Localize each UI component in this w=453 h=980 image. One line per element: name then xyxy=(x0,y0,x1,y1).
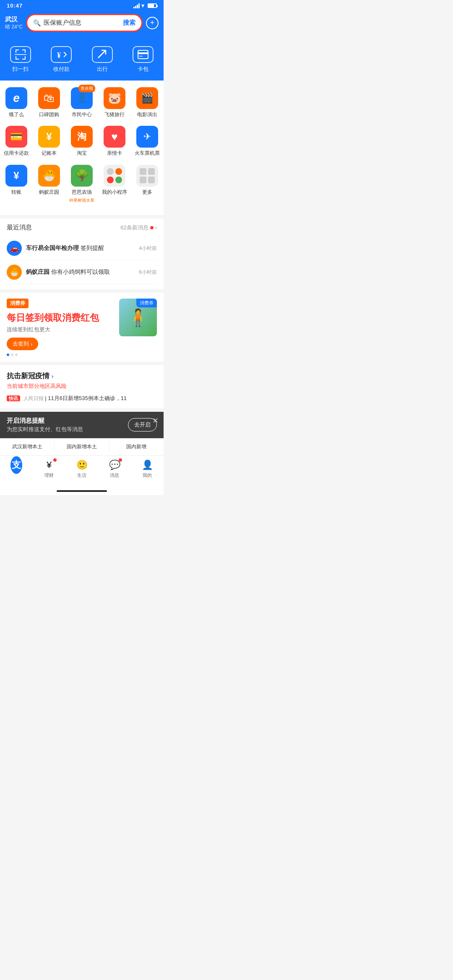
nav-mine[interactable]: 👤 我的 xyxy=(141,459,153,478)
mine-icon: 👤 xyxy=(141,459,153,471)
app-more[interactable]: 更多 xyxy=(133,165,161,203)
notification-title: 开启消息提醒 xyxy=(7,417,124,425)
car-check-avatar: 🚗 xyxy=(7,241,22,256)
app-transfer[interactable]: ¥ 转账 xyxy=(2,165,31,203)
scan-icon xyxy=(10,46,31,63)
apps-row-3: ¥ 转账 🐣 蚂蚁庄园 🌳 芭芭农场 种果树领水果 我的小程序 xyxy=(0,165,164,203)
pay-icon: ¥ xyxy=(51,46,72,63)
promo-button[interactable]: 去签到 › xyxy=(7,338,38,350)
carousel-dot-3 xyxy=(15,354,18,356)
messages-section: 最近消息 62条新消息 › 🚗 车行易全国年检办理 签到提醒 4小时前 🐣 蚂蚁… xyxy=(0,218,164,289)
app-movie[interactable]: 🎬 电影演出 xyxy=(133,87,161,117)
messages-nav-badge xyxy=(119,458,122,462)
message-item-antfarm[interactable]: 🐣 蚂蚁庄园 你有小鸡饲料可以领取 6小时前 xyxy=(7,260,157,284)
pay-label: 收付款 xyxy=(53,65,70,73)
nav-finance[interactable]: ¥ 理财 xyxy=(43,459,55,478)
app-citizen[interactable]: 👤 查余额 市民中心 xyxy=(68,87,96,117)
svg-text:¥: ¥ xyxy=(57,51,61,60)
promo-voucher-badge: 消费券 xyxy=(136,299,157,307)
wifi-icon: ▾ xyxy=(141,3,144,9)
location-info[interactable]: 武汉 晴 24°C xyxy=(5,16,23,31)
app-train[interactable]: ✈ 火车票机票 xyxy=(133,126,161,156)
finance-badge xyxy=(53,458,57,462)
quick-action-scan[interactable]: 扫一扫 xyxy=(10,46,31,73)
notification-close-button[interactable]: ✕ xyxy=(152,416,159,425)
scan-label: 扫一扫 xyxy=(12,65,29,73)
header-top: 武汉 晴 24°C 🔍 医保账户信息 搜索 + xyxy=(5,14,159,32)
search-box[interactable]: 🔍 医保账户信息 搜索 xyxy=(26,14,143,32)
promo-image: 消费券 🧍 xyxy=(119,299,157,336)
messages-icon: 💬 xyxy=(109,459,120,471)
apps-row-1: e 饿了么 🛍 口碑团购 👤 查余额 市民中心 🐷 飞猪旅行 🎬 xyxy=(0,87,164,117)
svg-rect-7 xyxy=(25,56,26,60)
news-content: 11月6日新增535例本土确诊，11 xyxy=(48,395,127,401)
app-elm[interactable]: e 饿了么 xyxy=(2,87,31,117)
app-ledger[interactable]: ¥ 记账本 xyxy=(35,126,63,156)
app-farm[interactable]: 🌳 芭芭农场 种果树领水果 xyxy=(68,165,96,203)
miniapp-label: 我的小程序 xyxy=(102,189,127,195)
messages-count: 62条新消息 xyxy=(120,224,148,231)
search-input-text: 医保账户信息 xyxy=(44,19,120,27)
news-main-title[interactable]: 抗击新冠疫情 › xyxy=(7,371,157,381)
citizen-badge: 查余额 xyxy=(78,85,95,92)
search-button[interactable]: 搜索 xyxy=(123,19,135,27)
elm-icon: e xyxy=(5,87,27,109)
ledger-icon: ¥ xyxy=(38,126,60,148)
nav-home[interactable]: 支 xyxy=(10,459,22,478)
more-label: 更多 xyxy=(142,189,152,195)
home-icon: 支 xyxy=(10,459,22,471)
app-credit[interactable]: 💳 信用卡还款 xyxy=(2,126,31,156)
antfarm-icon: 🐣 xyxy=(38,165,60,187)
more-icon xyxy=(136,165,158,187)
quick-actions: 扫一扫 ¥ 收付款 出行 卡包 xyxy=(0,42,164,81)
car-check-title: 车行易全国年检办理 签到提醒 xyxy=(26,244,104,251)
nav-messages[interactable]: 💬 消息 xyxy=(109,459,120,478)
ledger-label: 记账本 xyxy=(42,150,57,156)
quick-action-travel[interactable]: 出行 xyxy=(92,46,113,73)
add-button[interactable]: + xyxy=(146,17,159,29)
search-icon: 🔍 xyxy=(33,19,41,27)
chevron-right-icon: › xyxy=(155,224,157,231)
new-messages-dot xyxy=(150,226,154,229)
transfer-label: 转账 xyxy=(11,189,21,195)
app-family[interactable]: ♥ 亲情卡 xyxy=(100,126,129,156)
antfarm-msg-title: 蚂蚁庄园 你有小鸡饲料可以领取 xyxy=(26,268,110,275)
app-taobao[interactable]: 淘 淘宝 xyxy=(68,126,96,156)
news-source: 人民日报 xyxy=(23,395,44,401)
svg-rect-10 xyxy=(138,50,148,59)
message-item-car[interactable]: 🚗 车行易全国年检办理 签到提醒 4小时前 xyxy=(7,237,157,260)
mine-label: 我的 xyxy=(143,472,152,478)
app-miniapp[interactable]: 我的小程序 xyxy=(100,165,129,203)
app-fliggy[interactable]: 🐷 飞猪旅行 xyxy=(100,87,129,117)
antfarm-msg-time: 6小时前 xyxy=(139,269,157,276)
quick-action-pay[interactable]: ¥ 收付款 xyxy=(51,46,72,73)
travel-icon xyxy=(92,46,113,63)
carousel-dot-1 xyxy=(7,354,9,356)
family-label: 亲情卡 xyxy=(107,150,122,156)
messages-title: 最近消息 xyxy=(7,224,32,231)
alipay-logo: 支 xyxy=(10,456,22,474)
farm-sublabel: 种果树领水果 xyxy=(69,198,94,203)
apps-section: e 饿了么 🛍 口碑团购 👤 查余额 市民中心 🐷 飞猪旅行 🎬 xyxy=(0,81,164,215)
promo-tag: 消费券 xyxy=(7,299,29,308)
news-breaking-item[interactable]: 快讯 人民日报 | 11月6日新增535例本土确诊，11 xyxy=(7,394,157,403)
messages-label: 消息 xyxy=(110,472,119,478)
car-check-content: 车行易全国年检办理 签到提醒 xyxy=(26,244,135,252)
finance-icon: ¥ xyxy=(43,459,55,471)
app-koubei[interactable]: 🛍 口碑团购 xyxy=(35,87,63,117)
promo-card: 消费券 每日签到领取消费红包 连续签到红包更大 去签到 › 消费券 🧍 xyxy=(0,293,164,362)
news-scroll-row: 武汉新增本土 国内新增本土 国内新增 xyxy=(0,438,164,455)
app-antfarm[interactable]: 🐣 蚂蚁庄园 xyxy=(35,165,63,203)
status-bar: 10:47 ▾ xyxy=(0,0,164,10)
quick-action-card[interactable]: 卡包 xyxy=(133,46,154,73)
citizen-icon: 👤 查余额 xyxy=(71,87,93,109)
svg-rect-12 xyxy=(139,56,143,57)
news-scroll-item-1[interactable]: 武汉新增本土 xyxy=(0,442,55,452)
bottom-nav: 支 ¥ 理财 🙂 生活 💬 消息 👤 我的 xyxy=(0,455,164,487)
antfarm-msg-avatar: 🐣 xyxy=(7,265,22,280)
news-scroll-item-2[interactable]: 国内新增本土 xyxy=(55,442,109,452)
messages-count-area[interactable]: 62条新消息 › xyxy=(120,224,157,231)
news-scroll-item-3[interactable]: 国内新增 xyxy=(109,442,164,452)
nav-life[interactable]: 🙂 生活 xyxy=(76,459,88,478)
car-check-time: 4小时前 xyxy=(139,245,157,252)
